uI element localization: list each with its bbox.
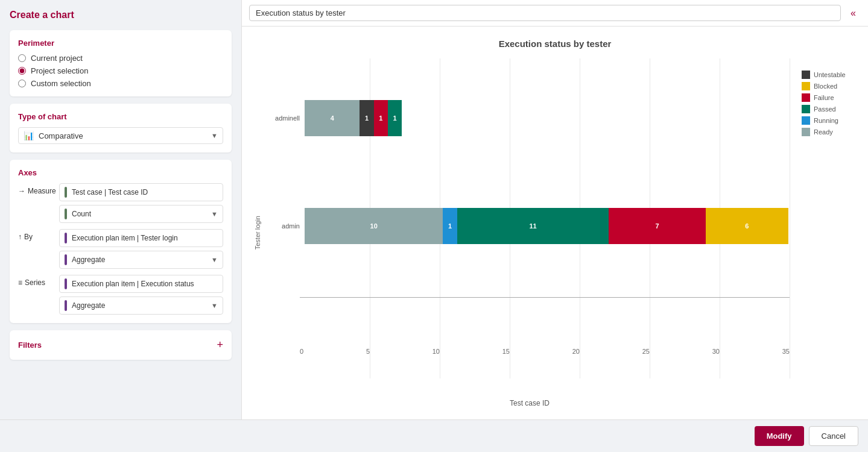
by-field2-text: Aggregate xyxy=(72,256,218,264)
perimeter-option-custom[interactable]: Custom selection xyxy=(18,79,223,88)
legend-item-blocked: Blocked xyxy=(802,82,856,90)
series-field2[interactable]: Aggregate ▼ xyxy=(59,297,223,315)
by-fields: Execution plan item | Tester login Aggre… xyxy=(59,229,223,269)
chart-heading: Execution status by tester xyxy=(499,39,612,49)
perimeter-radio-current[interactable] xyxy=(18,54,26,62)
bar-label-admin: admin xyxy=(264,222,300,230)
left-panel: Create a chart Perimeter Current project… xyxy=(0,0,241,419)
legend-swatch-passed xyxy=(802,105,810,113)
measure-field2-text: Count xyxy=(72,210,218,218)
add-filter-button[interactable]: + xyxy=(217,339,223,351)
perimeter-option-project[interactable]: Project selection xyxy=(18,66,223,75)
filters-title: Filters xyxy=(18,341,42,350)
chart-body: Tester login xyxy=(254,58,856,407)
series-color-bar2 xyxy=(65,300,67,311)
x-tick-25: 25 xyxy=(642,348,650,355)
legend-label-passed: Passed xyxy=(814,105,836,113)
x-tick-0: 0 xyxy=(300,348,303,355)
series-field1[interactable]: Execution plan item | Execution status xyxy=(59,275,223,293)
series-row: ≡ Series Execution plan item | Execution… xyxy=(18,275,223,315)
legend-item-failure: Failure xyxy=(802,93,856,102)
chart-type-value: Comparative xyxy=(39,131,218,140)
by-color-bar1 xyxy=(65,233,67,243)
arrow-up-icon: ↑ xyxy=(18,233,22,241)
series-chevron-icon: ▼ xyxy=(211,302,218,309)
legend-swatch-running xyxy=(802,116,810,125)
series-color-bar1 xyxy=(65,278,67,289)
perimeter-label-project: Project selection xyxy=(31,66,88,75)
bar-segment: 11 xyxy=(457,208,609,244)
x-tick-10: 10 xyxy=(432,348,440,355)
by-label: ↑ By xyxy=(18,229,54,241)
axes-section: Axes → Measure Test case | Test case ID xyxy=(10,160,232,323)
by-field1-text: Execution plan item | Tester login xyxy=(72,234,218,242)
measure-field2-color-bar xyxy=(65,209,67,219)
perimeter-radio-project[interactable] xyxy=(18,67,26,75)
bar-segments-adminell: 4 1 1 1 xyxy=(305,100,788,136)
cancel-button[interactable]: Cancel xyxy=(809,426,858,446)
right-panel: « Execution status by tester Tester logi… xyxy=(241,0,868,419)
bar-segment: 1 xyxy=(388,100,402,136)
by-chevron-icon: ▼ xyxy=(211,256,218,263)
chart-title-input[interactable] xyxy=(249,5,841,21)
bar-segment: 6 xyxy=(706,208,788,244)
legend-item-ready: Ready xyxy=(802,128,856,136)
grid-line-35 xyxy=(790,58,790,378)
bar-segment: 1 xyxy=(360,100,373,136)
x-axis-ticks: 0 5 10 15 20 25 30 35 xyxy=(300,345,790,355)
chart-area: Execution status by tester Tester login xyxy=(242,27,868,419)
measure-fields: Test case | Test case ID Count ▼ xyxy=(59,183,223,223)
chevron-down-icon: ▼ xyxy=(211,132,218,139)
axes-title: Axes xyxy=(18,168,223,177)
perimeter-option-current[interactable]: Current project xyxy=(18,54,223,63)
bar-label-adminell: adminell xyxy=(264,115,300,122)
axes-grid: → Measure Test case | Test case ID Count… xyxy=(18,183,223,315)
legend-label-untestable: Untestable xyxy=(814,71,846,78)
bar-segment: 1 xyxy=(443,208,457,244)
legend-item-passed: Passed xyxy=(802,105,856,113)
legend-label-running: Running xyxy=(814,117,838,124)
measure-field1[interactable]: Test case | Test case ID xyxy=(59,183,223,201)
perimeter-label-custom: Custom selection xyxy=(31,79,91,88)
legend-swatch-blocked xyxy=(802,82,810,90)
x-axis-title: Test case ID xyxy=(270,399,790,407)
bar-segments-admin: 10 1 11 7 6 xyxy=(305,208,788,244)
chart-type-section: Type of chart 📊 Comparative ▼ xyxy=(10,104,232,152)
bar-segment: 1 xyxy=(374,100,388,136)
modify-button[interactable]: Modify xyxy=(755,426,804,446)
measure-row: → Measure Test case | Test case ID Count… xyxy=(18,183,223,223)
legend-item-running: Running xyxy=(802,116,856,125)
by-row: ↑ By Execution plan item | Tester login … xyxy=(18,229,223,269)
x-tick-5: 5 xyxy=(366,348,370,355)
by-field1[interactable]: Execution plan item | Tester login xyxy=(59,229,223,247)
chart-content: adminell 4 1 1 1 admin xyxy=(270,58,790,407)
series-icon: ≡ xyxy=(18,278,22,287)
table-row: admin 10 1 11 7 6 xyxy=(270,208,790,244)
collapse-panel-button[interactable]: « xyxy=(846,5,861,21)
series-fields: Execution plan item | Execution status A… xyxy=(59,275,223,315)
measure-chevron-icon: ▼ xyxy=(211,210,218,218)
bar-segment: 4 xyxy=(305,100,360,136)
perimeter-radio-group: Current project Project selection Custom… xyxy=(18,54,223,88)
x-tick-30: 30 xyxy=(712,348,720,355)
series-label: ≡ Series xyxy=(18,275,54,287)
table-row: adminell 4 1 1 1 xyxy=(270,100,790,136)
legend-swatch-ready xyxy=(802,128,810,136)
chart-title-bar: « xyxy=(242,0,868,27)
by-field2[interactable]: Aggregate ▼ xyxy=(59,251,223,269)
bottom-bar: Modify Cancel xyxy=(0,419,868,452)
chart-bar-icon: 📊 xyxy=(24,131,34,140)
perimeter-label-current: Current project xyxy=(31,54,83,63)
legend-swatch-failure xyxy=(802,93,810,102)
chart-legend: Untestable Blocked Failure Passed xyxy=(802,71,856,136)
y-axis-label: Tester login xyxy=(254,216,261,250)
series-field2-text: Aggregate xyxy=(72,301,218,310)
x-tick-35: 35 xyxy=(782,348,790,355)
arrow-right-icon: → xyxy=(18,187,25,195)
filters-section: Filters + xyxy=(10,330,232,360)
perimeter-radio-custom[interactable] xyxy=(18,80,26,87)
bars-area: adminell 4 1 1 1 admin xyxy=(270,58,790,397)
measure-field2[interactable]: Count ▼ xyxy=(59,205,223,223)
measure-label: → Measure xyxy=(18,183,54,195)
chart-type-select[interactable]: 📊 Comparative ▼ xyxy=(18,127,223,144)
